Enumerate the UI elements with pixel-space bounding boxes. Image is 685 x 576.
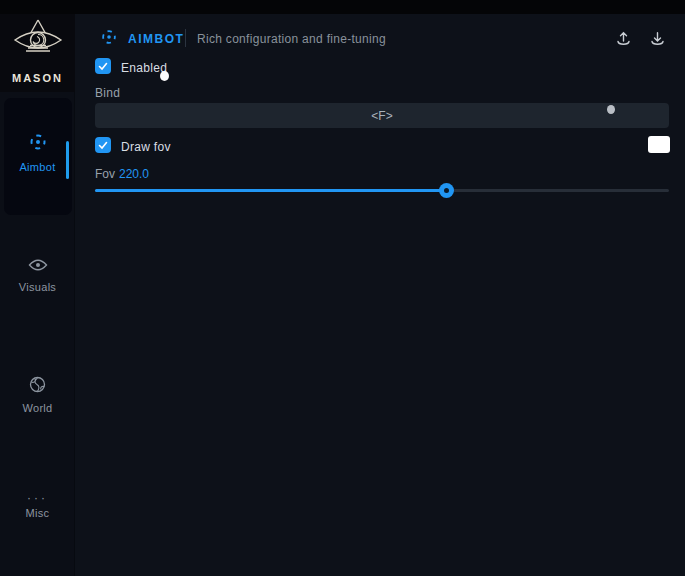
ellipsis-icon: ··· (27, 494, 48, 502)
header-divider (185, 29, 186, 47)
bind-key-value: <F> (371, 109, 392, 123)
sidebar-item-label: Aimbot (19, 161, 55, 173)
upload-config-button[interactable] (611, 27, 635, 49)
crosshair-icon (100, 28, 118, 50)
fov-slider[interactable] (95, 183, 669, 197)
mason-eye-pyramid-logo-icon (12, 18, 64, 70)
download-config-button[interactable] (645, 27, 669, 49)
crosshair-icon (28, 132, 48, 156)
cursor-dot (160, 71, 169, 81)
draw-fov-label: Draw fov (121, 140, 171, 154)
cursor-dot (607, 105, 615, 114)
fov-label: Fov (95, 167, 115, 181)
check-icon (98, 62, 108, 71)
logo-block: MASON (0, 14, 75, 92)
sidebar-item-aimbot[interactable]: Aimbot (0, 132, 75, 173)
page-subtitle: Rich configuration and fine-tuning (197, 32, 386, 46)
fov-value: 220.0 (119, 167, 149, 181)
fov-color-swatch[interactable] (648, 136, 670, 153)
slider-fill (95, 189, 446, 192)
sidebar-item-misc[interactable]: ··· Misc (0, 494, 75, 519)
sidebar: MASON Aimbot Visuals (0, 14, 75, 576)
bind-key-input[interactable]: <F> (95, 103, 669, 128)
main-panel: AIMBOT Rich configuration and fine-tunin… (76, 14, 685, 576)
mason-app-window: MASON Aimbot Visuals (0, 0, 685, 576)
slider-handle[interactable] (439, 183, 454, 198)
enabled-checkbox[interactable] (95, 58, 111, 74)
check-icon (98, 141, 108, 150)
sidebar-item-visuals[interactable]: Visuals (0, 258, 75, 293)
sidebar-item-label: World (22, 402, 52, 414)
bind-label: Bind (95, 86, 120, 100)
window-top-strip (0, 0, 685, 14)
globe-icon (29, 376, 46, 397)
sidebar-item-world[interactable]: World (0, 376, 75, 414)
sidebar-item-label: Misc (26, 507, 50, 519)
draw-fov-checkbox[interactable] (95, 137, 111, 153)
fov-value-label: Fov220.0 (95, 167, 149, 181)
sidebar-item-label: Visuals (19, 281, 56, 293)
eye-icon (28, 258, 48, 276)
page-title: AIMBOT (128, 32, 184, 46)
page-header: AIMBOT Rich configuration and fine-tunin… (76, 20, 685, 54)
logo-text: MASON (12, 72, 63, 84)
